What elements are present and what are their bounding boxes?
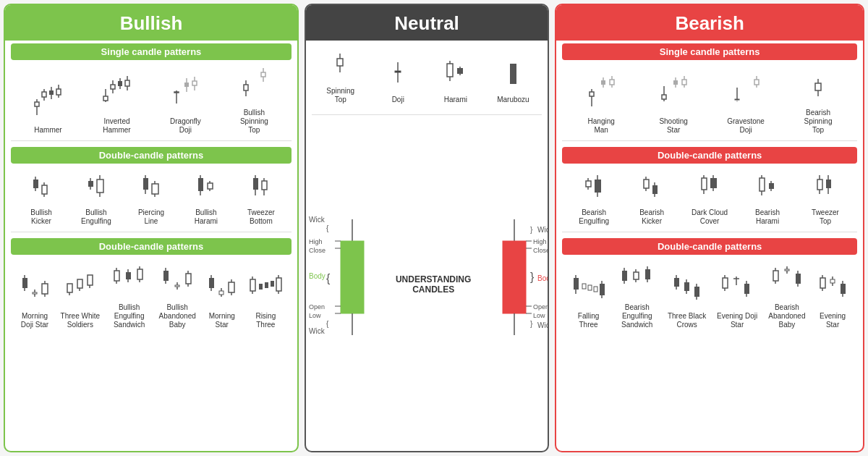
svg-text:Body: Body [537,274,549,282]
hanging-man-label: HangingMan [588,117,615,135]
candle-bullish-engulfing: BullishEngulfing [76,169,116,226]
svg-rect-46 [88,181,93,187]
three-black-crows-label: Three BlackCrows [668,312,706,329]
svg-rect-1 [56,89,61,95]
candle-harami-neutral: Harami [435,56,475,104]
svg-rect-22 [103,96,108,101]
svg-text:Wick: Wick [537,321,549,329]
bullish-engulfing-label: BullishEngulfing [81,208,111,226]
svg-rect-171 [610,80,614,85]
bearish-kicker-label: BearishKicker [639,208,664,226]
candle-morning-star: MorningStar [205,269,238,329]
main-container: Bullish Single candle patterns [4,4,864,452]
piercing-line-label: PiercingLine [138,208,164,226]
spinning-top-neutral-label: SpinningTop [326,87,354,104]
svg-rect-61 [208,183,213,189]
svg-rect-130 [447,64,453,77]
morning-star-label: MorningStar [209,312,235,329]
tweezer-top-label: TweezerTop [812,208,839,226]
svg-rect-16 [118,81,122,86]
harami-neutral-label: Harami [444,96,467,104]
svg-rect-4 [49,90,54,95]
svg-rect-55 [152,184,158,194]
hammer-label: Hammer [34,126,61,135]
svg-rect-112 [229,282,234,292]
candle-bearish-kicker: BearishKicker [632,169,672,226]
bearish-double-section: Double-candle patterns BearishEngulfing [556,144,863,229]
svg-rect-118 [265,282,268,288]
candle-dark-cloud-cover: Dark CloudCover [690,169,730,226]
evening-doji-star-label: Evening DojiStar [717,312,757,329]
svg-rect-76 [42,284,48,294]
candle-three-white-soldiers: Three WhiteSoldiers [61,269,100,329]
svg-rect-246 [674,278,679,287]
bullish-abandoned-baby-label: BullishAbandonedBaby [159,303,196,329]
bearish-header: Bearish [556,5,863,41]
rising-three-label: RisingThree [255,312,276,329]
candle-hanging-man: HangingMan [582,75,621,135]
shooting-star-label: ShootingStar [659,117,687,135]
svg-rect-273 [820,278,825,288]
svg-rect-264 [773,271,778,281]
svg-rect-97 [163,271,169,281]
svg-rect-240 [634,272,639,279]
bullish-single-header: Single candle patterns [11,43,292,60]
svg-text:Wick: Wick [309,327,326,335]
svg-rect-267 [785,269,789,271]
svg-rect-37 [244,85,248,90]
svg-text:}: } [530,226,533,234]
svg-text:Open: Open [309,303,325,311]
candle-morning-doji-star: MorningDoji Star [19,269,51,329]
svg-rect-225 [826,180,831,188]
candle-bearish-engulfing: BearishEngulfing [574,169,614,226]
svg-rect-106 [209,278,214,288]
svg-text:}: } [530,271,535,283]
svg-rect-230 [582,284,586,289]
svg-rect-204 [644,180,649,188]
svg-rect-73 [33,292,37,294]
bullish-panel: Bullish Single candle patterns [4,4,299,452]
svg-rect-82 [77,279,82,288]
svg-rect-183 [673,80,678,85]
svg-rect-279 [841,284,846,294]
svg-rect-261 [744,284,749,294]
svg-rect-52 [143,178,148,190]
morning-doji-label: MorningDoji Star [21,312,48,329]
svg-rect-100 [175,285,179,287]
candle-gravestone-doji: GravestoneDoji [726,75,766,135]
svg-rect-121 [276,278,281,291]
svg-rect-109 [219,291,224,295]
dragonfly-doji-label: DragonflyDoji [170,117,201,135]
bullish-kicker-label: BullishKicker [30,208,51,226]
svg-rect-249 [684,282,689,291]
candle-bullish-spinning-top: BullishSpinningTop [234,66,274,135]
gravestone-doji-label: GravestoneDoji [727,117,765,135]
bearish-single-candles: HangingMan [562,63,857,135]
neutral-single-section: SpinningTop Doji [306,41,548,111]
candle-inverted-hammer: InvertedHammer [97,75,137,135]
svg-rect-119 [271,281,274,287]
svg-rect-201 [595,180,601,193]
svg-rect-91 [126,272,131,279]
svg-rect-232 [594,287,597,292]
bearish-double-candles: BearishEngulfing BearishKicker [562,166,857,226]
svg-text:Wick: Wick [309,216,326,224]
svg-rect-276 [830,279,835,283]
svg-rect-7 [42,92,46,97]
candle-falling-three: FallingThree [571,269,607,329]
svg-rect-79 [67,284,72,292]
svg-rect-174 [601,80,605,85]
candle-bullish-engulfing-sandwich: BullishEngulfingSandwich [109,261,149,329]
svg-rect-88 [114,271,119,281]
bullish-harami-label: BullishHarami [195,208,218,226]
bearish-double-header: Double-candle patterns [562,147,857,164]
bullish-double-header: Double-candle patterns [11,147,292,164]
bullish-header: Bullish [5,5,297,41]
svg-rect-210 [702,178,707,190]
svg-text:Close: Close [533,247,549,254]
svg-rect-103 [186,274,191,284]
neutral-panel: Neutral SpinningTop [305,4,549,452]
svg-rect-231 [588,285,592,290]
neutral-header: Neutral [306,5,548,41]
svg-rect-58 [198,178,203,191]
